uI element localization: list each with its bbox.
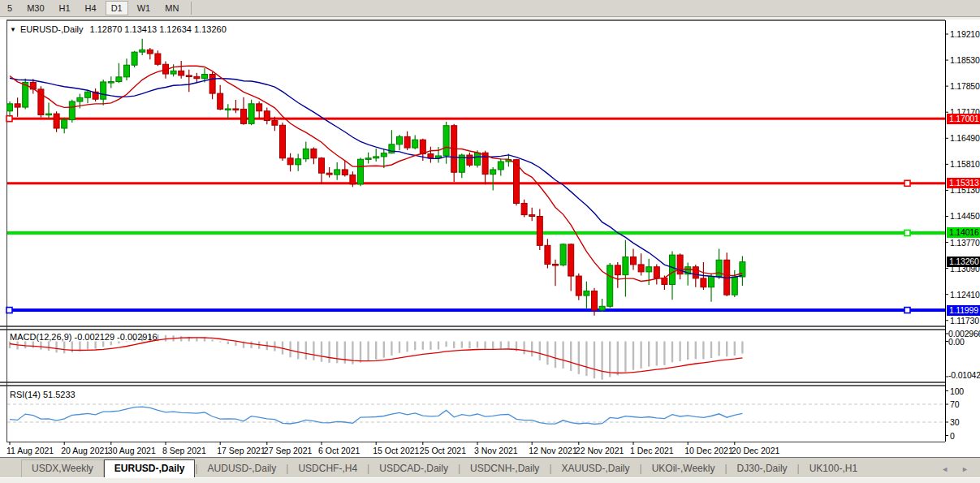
price-axis-label: 1.19210	[950, 29, 980, 39]
trading-platform-window: 5M30H1H4D1W1MN ▼EURUSD-,Daily1.12870 1.1…	[0, 0, 980, 483]
price-axis-label: 1.15810	[950, 159, 980, 169]
chart-tab-dj30-daily[interactable]: DJ30-,Daily	[727, 460, 797, 477]
hline-price-tag: 1.14016	[947, 227, 980, 238]
macd-axis-label: -0.010425	[948, 370, 980, 380]
plot-border	[0, 20, 946, 442]
hline-1.14016[interactable]	[7, 230, 945, 235]
time-axis-label: 3 Nov 2021	[474, 446, 518, 455]
chart-tab-xauusd-daily[interactable]: XAUUSD-,Daily	[552, 460, 640, 477]
tab-scroll-right-icon[interactable]: ►	[961, 465, 969, 473]
chart-window[interactable]: ▼EURUSD-,Daily1.12870 1.13413 1.12634 1.…	[0, 19, 980, 456]
timeframe-button-M30[interactable]: M30	[21, 1, 50, 15]
chart-tab-audusd-daily[interactable]: AUDUSD-,Daily	[198, 460, 287, 477]
price-axis-label: 1.12410	[950, 290, 980, 300]
time-axis-label: 15 Oct 2021	[373, 446, 419, 455]
macd-axis-label: 0.00	[948, 337, 965, 347]
toolbar-separator	[191, 2, 192, 15]
chart-tab-usdx-weekly[interactable]: USDX,Weekly	[21, 459, 104, 477]
timeframe-button-H4[interactable]: H4	[80, 1, 102, 15]
rsi-axis-label: 70	[950, 399, 959, 409]
time-axis-label: 6 Oct 2021	[318, 446, 360, 455]
chart-tab-uk100-h1[interactable]: UK100-,H1	[800, 460, 867, 477]
hline-price-tag: 1.11999	[947, 305, 980, 316]
rsi-axis-label: 100	[950, 386, 964, 396]
time-axis-label: 11 Aug 2021	[6, 446, 54, 455]
price-axis-label: 1.17850	[950, 81, 980, 91]
timeframe-button-H1[interactable]: H1	[54, 1, 76, 15]
time-axis-label: 12 Nov 2021	[529, 446, 577, 455]
rsi-axis-label: 30	[950, 417, 959, 427]
time-axis-label: 25 Oct 2021	[420, 446, 466, 455]
time-axis-label: 27 Sep 2021	[264, 446, 313, 455]
rsi-indicator-label: RSI(14) 51.5233	[10, 390, 76, 399]
hline-drag-handle[interactable]	[904, 180, 910, 186]
time-axis-label: 20 Aug 2021	[61, 446, 109, 455]
hline-1.11999[interactable]	[6, 308, 945, 313]
price-axis-label: 1.14450	[950, 211, 980, 221]
chart-ohlc-values: 1.12870 1.13413 1.12634 1.13260	[90, 24, 227, 34]
price-axis-label: 1.16490	[950, 133, 980, 143]
timeframe-toolbar: 5M30H1H4D1W1MN	[0, 0, 980, 17]
price-axis-label: 1.11730	[950, 316, 979, 326]
price-chart-canvas[interactable]	[0, 19, 980, 456]
hline-drag-handle[interactable]	[904, 308, 910, 313]
chart-tab-usdchf-h4[interactable]: USDCHF-,H4	[288, 460, 367, 477]
time-axis-label: 20 Dec 2021	[732, 446, 780, 455]
chart-tab-bar: USDX,WeeklyEURUSD-,Daily|AUDUSD-,Daily|U…	[0, 457, 980, 477]
tab-scroll-left-icon[interactable]: ◄	[941, 465, 948, 473]
chart-symbol-period: EURUSD-,Daily	[20, 24, 84, 34]
timeframe-button-MN[interactable]: MN	[159, 1, 184, 15]
time-axis-label: 17 Sep 2021	[217, 446, 266, 455]
chart-tab-eurusd-daily[interactable]: EURUSD-,Daily	[104, 459, 196, 477]
timeframe-button-D1[interactable]: D1	[106, 1, 128, 15]
current-price-tag: 1.13260	[947, 257, 980, 267]
macd-indicator-label: MACD(12,26,9) -0.002129 -0.002916	[10, 332, 158, 342]
chart-tab-ukoil-weekly[interactable]: UKOil-,Weekly	[642, 460, 725, 477]
chart-tab-usdcnh-daily[interactable]: USDCNH-,Daily	[460, 460, 549, 477]
chart-tabs: USDX,WeeklyEURUSD-,Daily|AUDUSD-,Daily|U…	[0, 458, 867, 477]
horizontal-lines-layer[interactable]	[6, 116, 945, 313]
chart-dropdown-icon[interactable]: ▼	[10, 26, 16, 33]
ma-slow-line	[10, 78, 742, 278]
hline-1.15313[interactable]	[7, 180, 945, 186]
hline-drag-handle[interactable]	[904, 230, 910, 235]
time-axis-label: 8 Sep 2021	[162, 446, 206, 455]
time-axis-label: 22 Nov 2021	[576, 446, 624, 455]
rsi-line	[10, 407, 742, 424]
time-axis-label: 1 Dec 2021	[630, 446, 674, 455]
axis-ticks	[10, 34, 948, 445]
rsi-axis-label: 0	[950, 431, 955, 441]
hline-price-tag: 1.17001	[947, 114, 980, 124]
timeframe-button-5[interactable]: 5	[2, 1, 18, 15]
price-axis-label: 1.13770	[950, 238, 980, 248]
hline-drag-handle[interactable]	[6, 308, 12, 313]
timeframe-button-W1[interactable]: W1	[132, 1, 157, 15]
tab-scroll-controls: ◄ ►	[941, 465, 969, 477]
status-strip	[0, 478, 980, 483]
chart-tab-usdcad-daily[interactable]: USDCAD-,Daily	[369, 460, 458, 477]
candles-layer	[7, 39, 745, 316]
time-axis-label: 30 Aug 2021	[108, 446, 156, 455]
ma-fast-line	[10, 66, 742, 281]
hline-drag-handle[interactable]	[6, 116, 12, 122]
hline-price-tag: 1.15313	[947, 178, 980, 188]
chart-legend[interactable]: ▼EURUSD-,Daily1.12870 1.13413 1.12634 1.…	[10, 24, 227, 34]
hline-1.17001[interactable]	[6, 116, 945, 122]
rsi-pane	[7, 404, 945, 425]
price-axis-label: 1.18530	[950, 55, 980, 65]
time-axis-label: 10 Dec 2021	[684, 446, 733, 455]
